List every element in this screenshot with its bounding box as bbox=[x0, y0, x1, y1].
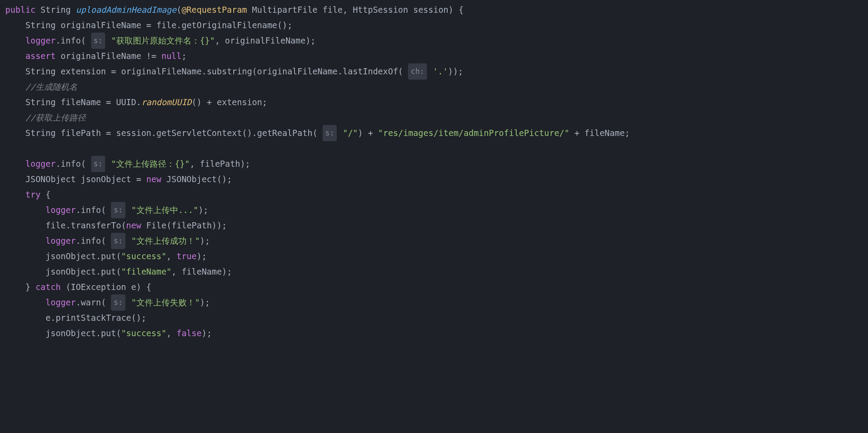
param-hint: ch: bbox=[408, 63, 427, 80]
keyword-catch: catch bbox=[36, 279, 61, 295]
string-literal: "获取图片原始文件名：{}" bbox=[111, 33, 215, 48]
obj-ref: originalFileName bbox=[121, 64, 202, 79]
var-ref: originalFileName bbox=[61, 48, 141, 64]
string-literal: "/" bbox=[343, 125, 358, 141]
field-logger: logger bbox=[26, 156, 56, 172]
arg: filePath bbox=[172, 218, 212, 233]
code-line[interactable]: logger.info( s: "获取图片原始文件名：{}", original… bbox=[5, 33, 868, 48]
type-jsonobject: JSONObject bbox=[26, 172, 76, 187]
keyword-new: new bbox=[126, 218, 141, 233]
method-info: info bbox=[81, 233, 101, 249]
code-line[interactable]: jsonObject.put("fileName", fileName); bbox=[5, 264, 868, 279]
arg: filePath bbox=[200, 156, 240, 172]
code-line[interactable]: logger.info( s: "文件上传成功！"); bbox=[5, 233, 868, 249]
method-randomuuid: randomUUID bbox=[141, 95, 191, 110]
var-ref: extension bbox=[217, 95, 262, 110]
code-line[interactable]: String originalFileName = file.getOrigin… bbox=[5, 18, 868, 33]
type-multipartfile: MultipartFile bbox=[252, 2, 318, 18]
code-line[interactable]: logger.info( s: "文件上传中..."); bbox=[5, 202, 868, 218]
obj-ref: session bbox=[116, 125, 151, 141]
string-literal: "res/images/item/adminProfilePicture/" bbox=[378, 125, 570, 141]
code-line[interactable]: JSONObject jsonObject = new JSONObject()… bbox=[5, 172, 868, 187]
string-literal: "文件上传成功！" bbox=[131, 233, 200, 249]
keyword-assert: assert bbox=[26, 48, 56, 64]
code-line[interactable] bbox=[5, 141, 868, 156]
code-line[interactable]: public String uploadAdminHeadImage(@Requ… bbox=[5, 2, 868, 18]
code-line[interactable]: logger.info( s: "文件上传路径：{}", filePath); bbox=[5, 156, 868, 172]
var-name: fileName bbox=[61, 95, 101, 110]
code-line[interactable]: String extension = originalFileName.subs… bbox=[5, 64, 868, 79]
obj-ref: originalFileName bbox=[257, 64, 338, 79]
code-line[interactable]: } catch (IOException e) { bbox=[5, 279, 868, 295]
param-hint: s: bbox=[91, 33, 105, 49]
param-hint: s: bbox=[91, 156, 105, 172]
param-hint: s: bbox=[323, 125, 337, 141]
method-put: put bbox=[101, 249, 116, 264]
method-put: put bbox=[101, 264, 116, 279]
comment: //生成随机名 bbox=[26, 79, 77, 95]
obj-ref: jsonObject bbox=[46, 264, 96, 279]
string-literal: "success" bbox=[121, 249, 166, 264]
method-getrealpath: getRealPath bbox=[257, 125, 313, 141]
method-info: info bbox=[81, 202, 101, 218]
method-substring: substring bbox=[207, 64, 252, 79]
code-line[interactable]: logger.warn( s: "文件上传失败！"); bbox=[5, 295, 868, 310]
field-logger: logger bbox=[46, 295, 76, 310]
string-literal: "文件上传中..." bbox=[131, 202, 198, 218]
code-line[interactable]: file.transferTo(new File(filePath)); bbox=[5, 218, 868, 233]
class-uuid: UUID bbox=[116, 95, 136, 110]
method-info: info bbox=[61, 33, 81, 48]
code-line[interactable]: e.printStackTrace(); bbox=[5, 310, 868, 326]
string-literal: "文件上传路径：{}" bbox=[111, 156, 190, 172]
method-call: getOriginalFilename bbox=[181, 18, 277, 33]
string-literal: "文件上传失败！" bbox=[131, 295, 200, 310]
param-hint: s: bbox=[111, 294, 125, 311]
ctor-jsonobject: JSONObject bbox=[166, 172, 217, 187]
string-literal: "success" bbox=[121, 326, 166, 341]
param-file: file bbox=[323, 2, 343, 18]
arg: originalFileName bbox=[225, 33, 305, 48]
method-printstacktrace: printStackTrace bbox=[55, 310, 131, 326]
type-httpsession: HttpSession bbox=[353, 2, 408, 18]
obj-ref: jsonObject bbox=[46, 326, 96, 341]
code-editor[interactable]: public String uploadAdminHeadImage(@Requ… bbox=[0, 2, 868, 341]
keyword-new: new bbox=[146, 172, 161, 187]
var-name: extension bbox=[61, 64, 106, 79]
method-transferto: transferTo bbox=[71, 218, 121, 233]
code-line[interactable]: String fileName = UUID.randomUUID() + ex… bbox=[5, 95, 868, 110]
null-literal: null bbox=[162, 48, 182, 64]
operator-plus: + bbox=[207, 95, 212, 110]
code-line[interactable]: //生成随机名 bbox=[5, 79, 868, 95]
space bbox=[36, 2, 40, 18]
method-getservletcontext: getServletContext bbox=[156, 125, 242, 141]
method-lastindexof: lastIndexOf bbox=[343, 64, 398, 79]
param-hint: s: bbox=[111, 233, 125, 249]
ctor-file: File bbox=[146, 218, 166, 233]
param-session: session bbox=[413, 2, 449, 18]
code-line[interactable]: assert originalFileName != null; bbox=[5, 48, 868, 64]
keyword-try: try bbox=[26, 187, 40, 202]
char-literal: '.' bbox=[433, 64, 448, 79]
var-name: originalFileName bbox=[61, 18, 141, 33]
string-literal: "fileName" bbox=[121, 264, 171, 279]
code-line[interactable]: try { bbox=[5, 187, 868, 202]
obj-ref: jsonObject bbox=[46, 249, 96, 264]
field-logger: logger bbox=[26, 33, 56, 48]
code-line[interactable]: jsonObject.put("success", true); bbox=[5, 249, 868, 264]
code-line[interactable]: jsonObject.put("success", false); bbox=[5, 326, 868, 341]
field-logger: logger bbox=[46, 202, 76, 218]
type-string: String bbox=[26, 64, 56, 79]
field-logger: logger bbox=[46, 233, 76, 249]
keyword-public: public bbox=[5, 2, 36, 18]
method-info: info bbox=[61, 156, 81, 172]
method-warn: warn bbox=[81, 295, 101, 310]
bool-false: false bbox=[177, 326, 202, 341]
type-ioexception: IOException bbox=[71, 279, 126, 295]
code-line[interactable]: //获取上传路径 bbox=[5, 110, 868, 125]
method-put: put bbox=[101, 326, 116, 341]
annotation: @RequestParam bbox=[181, 2, 247, 18]
type-string: String bbox=[40, 2, 71, 18]
code-line[interactable]: String filePath = session.getServletCont… bbox=[5, 125, 868, 141]
comment: //获取上传路径 bbox=[26, 110, 86, 125]
obj-ref: file bbox=[156, 18, 177, 33]
